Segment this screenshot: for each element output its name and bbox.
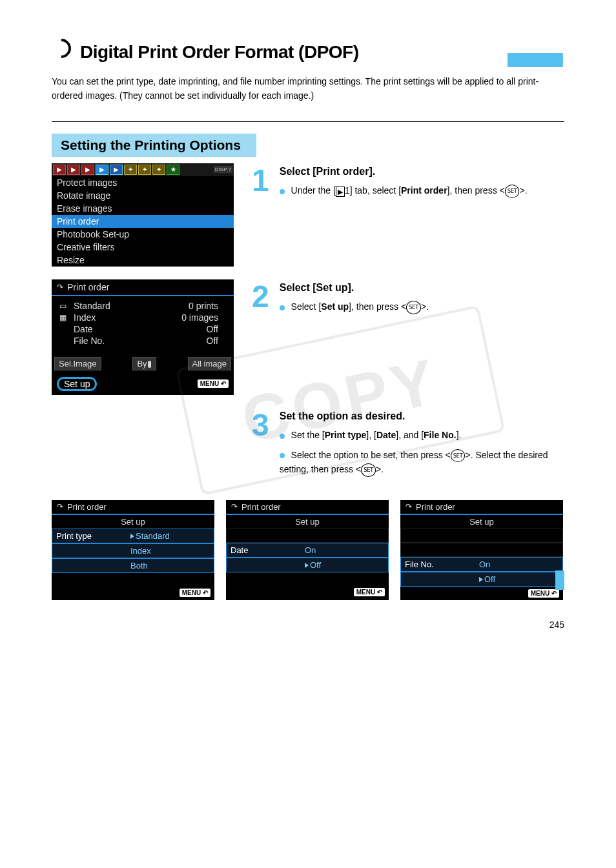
- selected-icon: [305, 563, 309, 568]
- po-body: ▭Standard 0 prints ▦Index 0 images Date …: [52, 296, 234, 348]
- intro-paragraph: You can set the print type, date imprint…: [52, 74, 564, 103]
- setup-val: Standard: [127, 529, 214, 543]
- setup-val: Both: [127, 559, 214, 572]
- lcd-tab: ★: [167, 165, 180, 175]
- lcd-print-order-screen: ↷ Print order ▭Standard 0 prints ▦Index …: [52, 279, 234, 395]
- setup-hdr: Print order: [67, 502, 107, 512]
- step-2-title: Select [Set up].: [280, 279, 564, 296]
- step-2-text: ], then press <: [349, 301, 406, 312]
- po-key: Standard: [74, 301, 110, 311]
- lcd-setup-date: ↷Print order Set up Date On Off MENU: [226, 500, 389, 600]
- setup-row-empty: [400, 543, 563, 557]
- po-btn-all-image: All image: [188, 357, 231, 370]
- step-2-number: 2: [252, 285, 269, 309]
- page-title: Digital Print Order Format (DPOF): [80, 42, 359, 63]
- lcd-tab: ▶: [81, 165, 94, 175]
- setup-title: Set up: [400, 515, 563, 529]
- step-1-title: Select [Print order].: [280, 163, 564, 180]
- step-2-bold: Set up: [321, 301, 349, 312]
- step-2-row: ↷ Print order ▭Standard 0 prints ▦Index …: [52, 279, 564, 395]
- setup-label: [52, 559, 127, 572]
- bullet-icon: [280, 189, 285, 194]
- po-val: Off: [207, 336, 218, 346]
- po-key: File No.: [74, 336, 105, 346]
- setup-label: File No.: [401, 558, 475, 571]
- setup-row: Off: [226, 558, 389, 572]
- menu-item: Resize: [52, 254, 234, 267]
- set-button-icon: SET: [406, 301, 421, 314]
- setup-row-empty: [226, 529, 389, 543]
- menu-return-badge: MENU: [180, 589, 210, 597]
- setup-label: Print type: [52, 529, 127, 543]
- step-1-row: ▶ ▶ ▶ ▶ ▶ ✦ ✦ ✦ ★ DISP ? Protect images …: [52, 163, 564, 267]
- setup-hdr: Print order: [416, 502, 455, 512]
- step-3-text: Set the [: [291, 430, 325, 440]
- po-val: Off: [207, 324, 218, 334]
- setup-val: On: [475, 558, 562, 571]
- po-val: 0 prints: [189, 301, 218, 311]
- set-button-icon: SET: [505, 185, 520, 197]
- po-setup-circled: Set up: [57, 377, 97, 391]
- setup-row: File No. On: [400, 557, 563, 572]
- step-3-body: Set the option as desired. Set the [Prin…: [280, 408, 564, 477]
- setup-hdr: Print order: [241, 502, 281, 512]
- bullet-icon: [280, 453, 285, 458]
- side-color-tab: [555, 570, 564, 590]
- setup-label: [401, 572, 475, 586]
- po-header-text: Print order: [67, 282, 109, 292]
- setup-label: [227, 558, 301, 572]
- dpof-mini-icon: ↷: [231, 502, 239, 511]
- menu-item: Erase images: [52, 202, 234, 215]
- setup-title: Set up: [226, 515, 389, 529]
- step-3-text: Select the option to be set, then press …: [291, 450, 451, 460]
- setup-val: Off: [475, 572, 562, 586]
- po-button-row: Sel.Image By▮ All image: [52, 354, 234, 373]
- menu-return-badge: MENU: [354, 588, 385, 596]
- step-1-screenshot: ▶ ▶ ▶ ▶ ▶ ✦ ✦ ✦ ★ DISP ? Protect images …: [52, 163, 244, 267]
- step-2-body: Select [Set up]. Select [Set up], then p…: [280, 279, 564, 314]
- dpof-mini-icon: ↷: [57, 283, 65, 292]
- lcd-tab: ✦: [124, 165, 137, 175]
- po-header: ↷ Print order: [52, 279, 234, 296]
- step-2-text: >.: [421, 301, 429, 312]
- menu-item: Creative filters: [52, 241, 234, 254]
- lcd-tab: ▶: [53, 165, 66, 175]
- po-row: Date Off: [57, 323, 229, 335]
- set-button-icon: SET: [361, 463, 376, 476]
- po-btn-sel-image: Sel.Image: [54, 357, 101, 370]
- po-row: ▭Standard 0 prints: [57, 300, 229, 312]
- lcd-tab: ▶: [67, 165, 80, 175]
- po-btn-by-folder: By▮: [132, 357, 156, 370]
- step-3-key: Date: [376, 430, 396, 440]
- po-val: 0 images: [181, 312, 218, 323]
- header-color-bar: [508, 53, 563, 67]
- menu-item: Rotate image: [52, 189, 234, 202]
- setup-row: Print type Standard: [52, 529, 214, 543]
- step-1-text: ], then press <: [447, 185, 505, 196]
- step-2-text: Select [: [291, 301, 322, 312]
- dpof-mini-icon: ↷: [57, 502, 65, 511]
- step-1-text: Under the [: [291, 185, 336, 196]
- step-1-body: Select [Print order]. Under the [▶1] tab…: [280, 163, 564, 198]
- lcd-setup-file-no: ↷Print order Set up File No. On Off MENU: [400, 500, 563, 600]
- lcd-setup-print-type: ↷Print order Set up Print type Standard …: [52, 500, 214, 600]
- step-3-row: 3 Set the option as desired. Set the [Pr…: [52, 408, 564, 477]
- setup-row: Index: [52, 543, 214, 558]
- setup-val: Index: [127, 544, 214, 558]
- step-1-text: 1] tab, select [: [345, 185, 401, 196]
- setup-row: Off: [400, 572, 563, 587]
- menu-return-badge: MENU: [198, 379, 229, 388]
- step-3-number: 3: [252, 413, 269, 438]
- dpof-mini-icon: ↷: [406, 502, 413, 511]
- setup-title: Set up: [52, 515, 214, 529]
- po-row: File No. Off: [57, 335, 229, 347]
- setup-val: On: [301, 543, 388, 557]
- po-key: Index: [74, 312, 96, 323]
- menu-item: Photobook Set-up: [52, 228, 234, 241]
- playback-icon: ▶: [336, 187, 345, 197]
- step-3-text: ].: [457, 430, 462, 440]
- setup-label: Date: [227, 543, 301, 557]
- lcd-tab: ✦: [152, 165, 165, 175]
- lcd-tab: ▶: [110, 165, 123, 175]
- step-3-text: >.: [376, 464, 384, 474]
